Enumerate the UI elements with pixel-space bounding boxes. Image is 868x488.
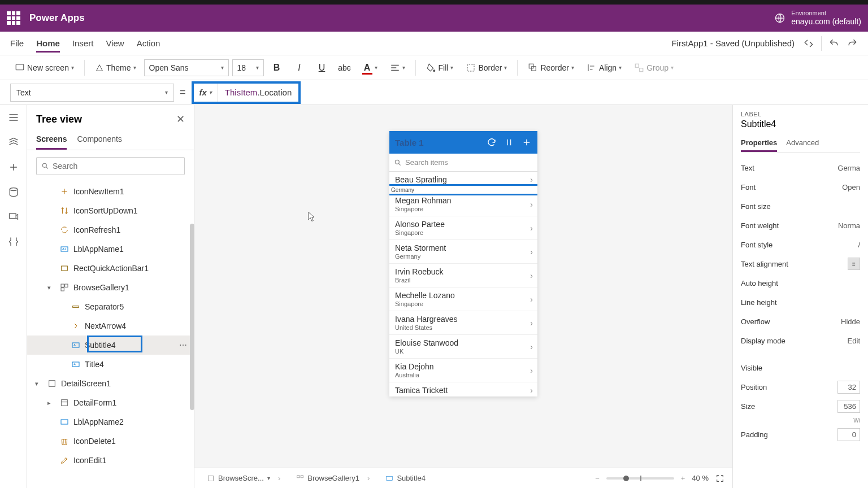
tree-node-iconrefresh[interactable]: IconRefresh1 [27,220,194,239]
prop-text-value[interactable]: Germa [837,164,860,172]
tree-node-detailscreen[interactable]: ▾DetailScreen1 [27,374,194,393]
prop-fontstyle-value[interactable]: / [837,241,860,249]
tree-node-detailform[interactable]: ▸DetailForm1 [27,393,194,412]
strikethrough-button[interactable]: abc [340,63,350,73]
property-selector[interactable]: Text▾ [10,84,174,102]
menu-action[interactable]: Action [137,34,160,53]
refresh-icon[interactable] [487,137,497,147]
gallery-row[interactable]: Mechelle LozanoSingapore› [389,287,537,311]
data-icon[interactable] [8,186,19,198]
prop-padding-value[interactable]: 0 [837,428,860,441]
gallery-row[interactable]: Ivana HargreavesUnited States› [389,311,537,335]
tree-node-iconsort[interactable]: IconSortUpDown1 [27,201,194,220]
tools-icon[interactable] [8,236,19,247]
fill-button[interactable]: Fill▾ [422,60,458,75]
gallery-row[interactable]: Beau Spratling Germany › [389,172,537,193]
tab-components[interactable]: Components [77,130,121,150]
tree-node-rect[interactable]: RectQuickActionBar1 [27,259,194,278]
more-icon[interactable]: ⋯ [179,341,188,350]
environment-picker[interactable]: Environment enayu.com (default) [774,10,861,27]
chevron-right-icon[interactable]: › [530,342,533,351]
font-size-selector[interactable]: 18▾ [232,59,264,76]
font-selector[interactable]: Open Sans▾ [144,59,229,76]
tree-node-separator[interactable]: Separator5 [27,297,194,316]
gallery-row[interactable]: Irvin RoebuckBrazil› [389,264,537,287]
menu-file[interactable]: File [10,34,24,53]
prop-displaymode-value[interactable]: Edit [837,337,860,345]
formula-input[interactable]: ThisItem.Location [218,88,298,98]
tree-node-iconnewitem[interactable]: IconNewItem1 [27,182,194,201]
text-align-buttons[interactable]: ≡ [848,258,860,270]
new-screen-button[interactable]: New screen▾ [10,60,79,75]
gallery-row[interactable]: Alonso ParteeSingapore› [389,216,537,240]
waffle-icon[interactable] [7,11,20,25]
caret-icon[interactable]: ▾ [35,380,38,387]
tab-advanced[interactable]: Advanced [786,135,819,152]
caret-icon[interactable]: ▸ [47,399,51,407]
caret-icon[interactable]: ▾ [47,284,51,291]
tree-node-gallery[interactable]: ▾BrowseGallery1 [27,278,194,297]
prop-size-value[interactable]: 536 [837,400,860,413]
tree-search-input[interactable] [53,162,180,171]
fit-icon[interactable] [715,474,724,483]
gallery-row[interactable]: Megan RohmanSingapore› [389,193,537,216]
bold-button[interactable]: B [272,63,282,73]
tree-node-icondelete[interactable]: IconDelete1 [27,432,194,451]
underline-button[interactable]: U [317,63,327,73]
font-color-button[interactable]: A [362,63,372,73]
app-checker-icon[interactable] [803,38,814,49]
media-icon[interactable] [8,211,19,223]
tree-node-subtitle[interactable]: Subtitle4⋯ [27,336,194,355]
tab-properties[interactable]: Properties [741,135,777,152]
chevron-right-icon[interactable]: › [530,295,533,304]
gallery-row[interactable]: Kia DejohnAustralia› [389,359,537,382]
prop-font-value[interactable]: Open [837,183,860,191]
menu-insert[interactable]: Insert [72,34,94,53]
tab-screens[interactable]: Screens [36,130,67,150]
text-align-button[interactable]: ▾ [385,60,410,75]
undo-icon[interactable] [828,38,840,49]
theme-button[interactable]: Theme▾ [90,61,141,75]
prop-fontweight-value[interactable]: Norma [837,221,860,230]
tree-node-nextarrow[interactable]: NextArrow4 [27,316,194,336]
chevron-right-icon[interactable]: › [530,271,533,280]
chevron-right-icon[interactable]: › [530,175,533,184]
close-icon[interactable]: ✕ [176,113,185,125]
chevron-right-icon[interactable]: › [530,386,533,395]
breadcrumb-subtitle[interactable]: Subtitle4 [381,472,430,484]
chevron-right-icon[interactable]: › [530,224,533,233]
menu-home[interactable]: Home [36,34,60,53]
fx-icon[interactable]: fx▾ [194,84,218,102]
zoom-slider[interactable] [606,477,674,480]
align-button[interactable]: Align▾ [582,60,626,75]
zoom-in-button[interactable]: + [681,474,685,482]
prop-position-value[interactable]: 32 [837,381,860,394]
breadcrumb-screen[interactable]: BrowseScre... ▾ [202,472,285,484]
group-button[interactable]: Group▾ [630,60,678,75]
scrollbar[interactable] [190,224,194,410]
insert-icon[interactable] [8,162,19,173]
reorder-button[interactable]: Reorder▾ [523,60,579,75]
chevron-right-icon[interactable]: › [530,200,533,209]
canvas[interactable]: Table 1 Search items Beau Spratling Germ… [194,105,732,488]
tree-node-title[interactable]: Title4 [27,355,194,374]
gallery-row[interactable]: Neta StormentGermany› [389,240,537,264]
breadcrumb-gallery[interactable]: BrowseGallery1 [292,472,374,484]
tree-search[interactable] [36,157,185,175]
gallery-row[interactable]: Tamica Trickett› [389,382,537,396]
plus-icon[interactable] [522,137,532,147]
tree-node-lblapp[interactable]: LblAppName1 [27,239,194,259]
border-button[interactable]: Border▾ [461,60,511,75]
chevron-right-icon[interactable]: › [530,319,533,328]
tree-node-iconedit[interactable]: IconEdit1 [27,451,194,470]
menu-view[interactable]: View [106,34,124,53]
gallery-row[interactable]: Elouise StanwoodUK› [389,335,537,359]
sort-icon[interactable] [505,138,514,147]
phone-search[interactable]: Search items [389,154,537,172]
redo-icon[interactable] [847,38,858,49]
hamburger-icon[interactable] [8,112,19,123]
tree-node-lblapp2[interactable]: LblAppName2 [27,412,194,432]
tree-view-icon[interactable] [8,137,19,148]
zoom-out-button[interactable]: − [595,474,600,482]
italic-button[interactable]: I [294,63,305,73]
